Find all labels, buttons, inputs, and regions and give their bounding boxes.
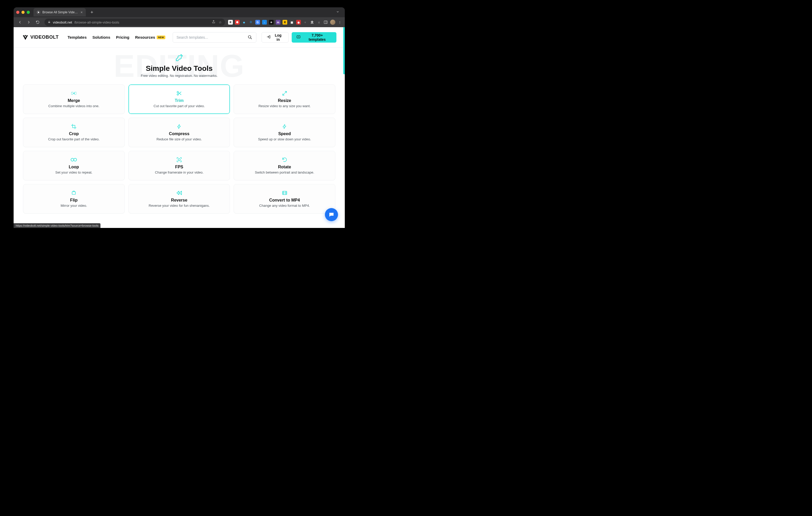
search-button[interactable] xyxy=(245,32,255,42)
tool-title: Crop xyxy=(28,131,120,136)
close-window-button[interactable] xyxy=(16,11,19,14)
logo-text: VIDEOBOLT xyxy=(30,34,59,40)
svg-point-4 xyxy=(25,35,26,36)
url-path: /browse-all-simple-video-tools xyxy=(74,20,119,24)
extension-icon[interactable]: ▦ xyxy=(289,20,294,25)
sidepanel-icon[interactable] xyxy=(323,20,328,25)
reverse-icon xyxy=(134,190,225,196)
tool-card-trim[interactable]: TrimCut out favorite part of your video. xyxy=(128,85,230,114)
extension-icon[interactable]: G xyxy=(255,20,260,25)
browser-toolbar: videobolt.net/browse-all-simple-video-to… xyxy=(13,17,345,27)
extensions-area: R ◆ ⦾ G ↓ ✈ m R ▦ ◉ ≡ ♫ ⋮ xyxy=(228,20,342,25)
reload-button[interactable] xyxy=(34,19,41,26)
address-bar[interactable]: videobolt.net/browse-all-simple-video-to… xyxy=(45,19,225,26)
profile-avatar[interactable] xyxy=(330,20,336,25)
tool-description: Switch between portrait and landscape. xyxy=(239,171,330,174)
svg-rect-1 xyxy=(49,22,50,23)
minimize-window-button[interactable] xyxy=(22,11,25,14)
mp4-icon xyxy=(239,190,330,196)
nav-resources[interactable]: Resources NEW xyxy=(135,35,165,39)
extension-icon[interactable]: ↓ xyxy=(262,20,267,25)
chat-widget-button[interactable] xyxy=(325,208,338,221)
share-icon[interactable] xyxy=(212,20,215,25)
back-button[interactable] xyxy=(16,19,24,26)
speed-icon xyxy=(239,124,330,129)
tool-card-mp4[interactable]: Convert to MP4Change any video format to… xyxy=(234,184,336,214)
extensions-menu-icon[interactable] xyxy=(310,20,314,25)
tool-card-loop[interactable]: LoopSet your video to repeat. xyxy=(23,151,125,180)
tab-title: Browse All Simple Video Tools xyxy=(42,10,79,14)
tool-card-flip[interactable]: FlipMirror your video. xyxy=(23,184,125,214)
tabs-dropdown-button[interactable] xyxy=(333,8,342,16)
tool-card-crop[interactable]: CropCrop out favorite part of the video. xyxy=(23,118,125,147)
extension-icon[interactable]: ✈ xyxy=(269,20,273,25)
tool-description: Cut out favorite part of your video. xyxy=(134,104,225,108)
bookmark-icon[interactable]: ☆ xyxy=(219,20,222,24)
tool-title: Loop xyxy=(28,165,120,170)
tool-card-reverse[interactable]: ReverseReverse your video for fun shenan… xyxy=(128,184,230,214)
fps-icon xyxy=(134,157,225,162)
tool-description: Change any video format to MP4. xyxy=(239,204,330,208)
favicon-icon xyxy=(37,10,40,14)
compress-icon xyxy=(134,124,225,129)
extension-icon[interactable]: R xyxy=(228,20,233,25)
extension-icon[interactable]: ≡ xyxy=(303,20,308,25)
new-badge: NEW xyxy=(157,35,165,39)
browser-tab[interactable]: Browse All Simple Video Tools × xyxy=(33,8,86,17)
tool-card-compress[interactable]: CompressReduce file size of your video. xyxy=(128,118,230,147)
trim-icon xyxy=(134,90,225,96)
tool-description: Change framerate in your video. xyxy=(134,171,225,174)
extension-icon[interactable]: m xyxy=(276,20,281,25)
svg-rect-2 xyxy=(324,21,327,24)
svg-rect-14 xyxy=(72,192,76,194)
tool-title: Compress xyxy=(134,131,225,136)
logo-icon xyxy=(22,34,29,41)
url-domain: videobolt.net xyxy=(53,20,72,24)
close-tab-button[interactable]: × xyxy=(81,10,83,14)
search-input[interactable] xyxy=(177,35,245,39)
tool-card-rotate[interactable]: RotateSwitch between portrait and landsc… xyxy=(234,151,336,180)
new-tab-button[interactable]: + xyxy=(88,9,95,16)
rotate-icon xyxy=(239,157,330,162)
resize-icon xyxy=(239,90,330,96)
extension-icon[interactable]: ◉ xyxy=(296,20,301,25)
loop-icon xyxy=(28,157,120,162)
site-header: VIDEOBOLT Templates Solutions Pricing Re… xyxy=(13,27,345,48)
tool-card-speed[interactable]: SpeedSpeed up or slow down your video. xyxy=(234,118,336,147)
tool-title: Trim xyxy=(134,98,225,103)
tool-description: Speed up or slow down your video. xyxy=(239,137,330,141)
maximize-window-button[interactable] xyxy=(27,11,30,14)
extension-icon[interactable]: ♫ xyxy=(317,20,321,25)
main-nav: Templates Solutions Pricing Resources NE… xyxy=(67,35,165,39)
templates-cta-button[interactable]: 7,700+ templates xyxy=(292,32,337,42)
tool-title: Merge xyxy=(28,98,120,103)
nav-solutions[interactable]: Solutions xyxy=(92,35,110,39)
tool-title: Rotate xyxy=(239,165,330,170)
templates-icon xyxy=(296,35,300,40)
extension-icon[interactable] xyxy=(235,20,240,25)
tool-description: Reduce file size of your video. xyxy=(134,137,225,141)
browser-window: Browse All Simple Video Tools × + videob… xyxy=(13,7,345,228)
login-button[interactable]: Log in xyxy=(262,32,289,42)
svg-point-13 xyxy=(74,158,77,161)
browser-menu-button[interactable]: ⋮ xyxy=(338,20,342,25)
nav-templates[interactable]: Templates xyxy=(67,35,87,39)
logo[interactable]: VIDEOBOLT xyxy=(22,34,59,41)
hero-section: EDITING Simple Video Tools Free video ed… xyxy=(13,48,345,85)
extension-icon[interactable]: ◆ xyxy=(242,20,246,25)
svg-line-6 xyxy=(251,38,252,39)
extension-icon[interactable]: R xyxy=(283,20,287,25)
page-viewport: VIDEOBOLT Templates Solutions Pricing Re… xyxy=(13,27,345,228)
search-box[interactable] xyxy=(173,32,256,42)
tool-card-resize[interactable]: ResizeResize video to any size you want. xyxy=(234,85,336,114)
tool-title: Speed xyxy=(239,131,330,136)
hero-title: Simple Video Tools xyxy=(13,64,345,73)
forward-button[interactable] xyxy=(25,19,32,26)
tool-card-fps[interactable]: FPSChange framerate in your video. xyxy=(128,151,230,180)
extension-icon[interactable]: ⦾ xyxy=(249,20,253,25)
tool-title: FPS xyxy=(134,165,225,170)
nav-pricing[interactable]: Pricing xyxy=(116,35,129,39)
tools-grid: MergeCombine multiple videos into one.Tr… xyxy=(13,85,345,219)
tool-card-merge[interactable]: MergeCombine multiple videos into one. xyxy=(23,85,125,114)
flip-icon xyxy=(28,190,120,196)
